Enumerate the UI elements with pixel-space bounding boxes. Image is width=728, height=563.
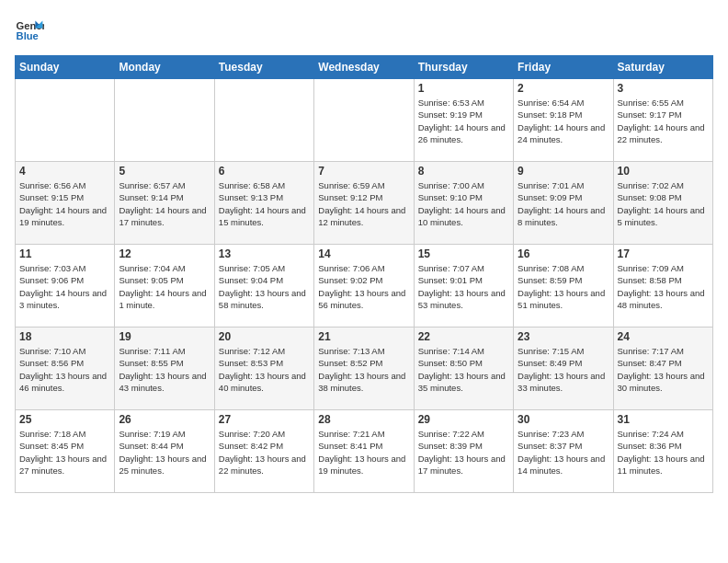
day-number: 18 xyxy=(19,330,110,343)
day-info: Sunrise: 7:15 AM Sunset: 8:49 PM Dayligh… xyxy=(518,345,609,394)
calendar-cell: 14Sunrise: 7:06 AM Sunset: 9:02 PM Dayli… xyxy=(314,245,414,327)
day-number: 16 xyxy=(518,247,609,260)
calendar-cell: 23Sunrise: 7:15 AM Sunset: 8:49 PM Dayli… xyxy=(514,327,613,410)
day-number: 20 xyxy=(219,330,310,343)
logo: General Blue xyxy=(15,15,48,44)
day-number: 29 xyxy=(418,413,509,426)
day-info: Sunrise: 6:55 AM Sunset: 9:17 PM Dayligh… xyxy=(618,97,709,145)
calendar-cell: 26Sunrise: 7:19 AM Sunset: 8:44 PM Dayli… xyxy=(115,410,214,493)
day-number: 1 xyxy=(418,82,509,95)
calendar-cell: 25Sunrise: 7:18 AM Sunset: 8:45 PM Dayli… xyxy=(16,410,115,493)
weekday-saturday: Saturday xyxy=(613,56,712,79)
calendar-cell: 21Sunrise: 7:13 AM Sunset: 8:52 PM Dayli… xyxy=(314,327,414,410)
weekday-wednesday: Wednesday xyxy=(314,56,414,79)
calendar-cell xyxy=(314,79,414,162)
day-number: 17 xyxy=(618,247,709,260)
weekday-friday: Friday xyxy=(514,56,613,79)
day-number: 9 xyxy=(518,165,609,178)
calendar-cell: 10Sunrise: 7:02 AM Sunset: 9:08 PM Dayli… xyxy=(613,162,712,245)
day-info: Sunrise: 7:01 AM Sunset: 9:09 PM Dayligh… xyxy=(518,179,609,228)
day-info: Sunrise: 7:04 AM Sunset: 9:05 PM Dayligh… xyxy=(119,262,210,311)
calendar-cell: 17Sunrise: 7:09 AM Sunset: 8:58 PM Dayli… xyxy=(613,245,712,327)
calendar-cell: 28Sunrise: 7:21 AM Sunset: 8:41 PM Dayli… xyxy=(314,410,414,493)
calendar-cell xyxy=(214,79,313,162)
day-number: 8 xyxy=(418,165,509,178)
day-number: 22 xyxy=(418,330,509,343)
calendar-cell: 7Sunrise: 6:59 AM Sunset: 9:12 PM Daylig… xyxy=(314,162,414,245)
day-number: 25 xyxy=(19,413,110,426)
calendar-cell: 2Sunrise: 6:54 AM Sunset: 9:18 PM Daylig… xyxy=(514,79,613,162)
day-number: 27 xyxy=(219,413,310,426)
calendar-cell: 16Sunrise: 7:08 AM Sunset: 8:59 PM Dayli… xyxy=(514,245,613,327)
day-info: Sunrise: 6:58 AM Sunset: 9:13 PM Dayligh… xyxy=(219,179,310,228)
day-info: Sunrise: 7:08 AM Sunset: 8:59 PM Dayligh… xyxy=(518,262,609,311)
day-info: Sunrise: 7:12 AM Sunset: 8:53 PM Dayligh… xyxy=(219,345,310,394)
day-number: 6 xyxy=(219,165,310,178)
day-info: Sunrise: 7:00 AM Sunset: 9:10 PM Dayligh… xyxy=(418,179,509,228)
calendar-cell: 27Sunrise: 7:20 AM Sunset: 8:42 PM Dayli… xyxy=(214,410,313,493)
day-number: 13 xyxy=(219,247,310,260)
day-number: 24 xyxy=(618,330,709,343)
day-number: 5 xyxy=(119,165,210,178)
day-number: 2 xyxy=(518,82,609,95)
day-info: Sunrise: 7:17 AM Sunset: 8:47 PM Dayligh… xyxy=(618,345,709,394)
calendar-cell: 11Sunrise: 7:03 AM Sunset: 9:06 PM Dayli… xyxy=(16,245,115,327)
calendar-cell: 30Sunrise: 7:23 AM Sunset: 8:37 PM Dayli… xyxy=(514,410,613,493)
day-info: Sunrise: 7:20 AM Sunset: 8:42 PM Dayligh… xyxy=(219,428,310,477)
day-number: 21 xyxy=(318,330,409,343)
weekday-monday: Monday xyxy=(115,56,214,79)
calendar-cell: 1Sunrise: 6:53 AM Sunset: 9:19 PM Daylig… xyxy=(414,79,513,162)
day-info: Sunrise: 7:02 AM Sunset: 9:08 PM Dayligh… xyxy=(618,179,709,228)
day-info: Sunrise: 6:56 AM Sunset: 9:15 PM Dayligh… xyxy=(19,179,110,228)
calendar-cell: 3Sunrise: 6:55 AM Sunset: 9:17 PM Daylig… xyxy=(613,79,712,162)
calendar-cell: 6Sunrise: 6:58 AM Sunset: 9:13 PM Daylig… xyxy=(214,162,313,245)
calendar-cell xyxy=(115,79,214,162)
calendar-cell: 13Sunrise: 7:05 AM Sunset: 9:04 PM Dayli… xyxy=(214,245,313,327)
calendar-week-5: 25Sunrise: 7:18 AM Sunset: 8:45 PM Dayli… xyxy=(16,410,713,493)
day-info: Sunrise: 7:14 AM Sunset: 8:50 PM Dayligh… xyxy=(418,345,509,394)
weekday-tuesday: Tuesday xyxy=(214,56,313,79)
weekday-header-row: SundayMondayTuesdayWednesdayThursdayFrid… xyxy=(16,56,713,79)
calendar-week-4: 18Sunrise: 7:10 AM Sunset: 8:56 PM Dayli… xyxy=(16,327,713,410)
calendar-cell: 31Sunrise: 7:24 AM Sunset: 8:36 PM Dayli… xyxy=(613,410,712,493)
day-info: Sunrise: 7:22 AM Sunset: 8:39 PM Dayligh… xyxy=(418,428,509,477)
calendar-week-2: 4Sunrise: 6:56 AM Sunset: 9:15 PM Daylig… xyxy=(16,162,713,245)
day-number: 28 xyxy=(318,413,409,426)
calendar-cell: 19Sunrise: 7:11 AM Sunset: 8:55 PM Dayli… xyxy=(115,327,214,410)
calendar-cell: 9Sunrise: 7:01 AM Sunset: 9:09 PM Daylig… xyxy=(514,162,613,245)
day-number: 14 xyxy=(318,247,409,260)
calendar-cell xyxy=(16,79,115,162)
calendar-cell: 18Sunrise: 7:10 AM Sunset: 8:56 PM Dayli… xyxy=(16,327,115,410)
calendar-cell: 12Sunrise: 7:04 AM Sunset: 9:05 PM Dayli… xyxy=(115,245,214,327)
weekday-thursday: Thursday xyxy=(414,56,513,79)
day-info: Sunrise: 6:53 AM Sunset: 9:19 PM Dayligh… xyxy=(418,97,509,145)
calendar-week-1: 1Sunrise: 6:53 AM Sunset: 9:19 PM Daylig… xyxy=(16,79,713,162)
day-number: 15 xyxy=(418,247,509,260)
page-header: General Blue xyxy=(15,15,713,44)
day-info: Sunrise: 7:18 AM Sunset: 8:45 PM Dayligh… xyxy=(19,428,110,477)
calendar-table: SundayMondayTuesdayWednesdayThursdayFrid… xyxy=(15,55,713,493)
day-number: 12 xyxy=(119,247,210,260)
day-info: Sunrise: 7:23 AM Sunset: 8:37 PM Dayligh… xyxy=(518,428,609,477)
day-info: Sunrise: 7:13 AM Sunset: 8:52 PM Dayligh… xyxy=(318,345,409,394)
logo-icon: General Blue xyxy=(15,15,44,44)
calendar-week-3: 11Sunrise: 7:03 AM Sunset: 9:06 PM Dayli… xyxy=(16,245,713,327)
day-number: 10 xyxy=(618,165,709,178)
calendar-cell: 22Sunrise: 7:14 AM Sunset: 8:50 PM Dayli… xyxy=(414,327,513,410)
weekday-sunday: Sunday xyxy=(16,56,115,79)
day-info: Sunrise: 7:10 AM Sunset: 8:56 PM Dayligh… xyxy=(19,345,110,394)
calendar-cell: 24Sunrise: 7:17 AM Sunset: 8:47 PM Dayli… xyxy=(613,327,712,410)
calendar-cell: 4Sunrise: 6:56 AM Sunset: 9:15 PM Daylig… xyxy=(16,162,115,245)
day-number: 7 xyxy=(318,165,409,178)
day-number: 4 xyxy=(19,165,110,178)
calendar-cell: 20Sunrise: 7:12 AM Sunset: 8:53 PM Dayli… xyxy=(214,327,313,410)
day-info: Sunrise: 7:09 AM Sunset: 8:58 PM Dayligh… xyxy=(618,262,709,311)
day-info: Sunrise: 6:59 AM Sunset: 9:12 PM Dayligh… xyxy=(318,179,409,228)
day-info: Sunrise: 7:07 AM Sunset: 9:01 PM Dayligh… xyxy=(418,262,509,311)
day-info: Sunrise: 7:03 AM Sunset: 9:06 PM Dayligh… xyxy=(19,262,110,311)
day-info: Sunrise: 7:21 AM Sunset: 8:41 PM Dayligh… xyxy=(318,428,409,477)
day-info: Sunrise: 6:54 AM Sunset: 9:18 PM Dayligh… xyxy=(518,97,609,145)
day-info: Sunrise: 7:06 AM Sunset: 9:02 PM Dayligh… xyxy=(318,262,409,311)
day-info: Sunrise: 7:11 AM Sunset: 8:55 PM Dayligh… xyxy=(119,345,210,394)
day-number: 19 xyxy=(119,330,210,343)
